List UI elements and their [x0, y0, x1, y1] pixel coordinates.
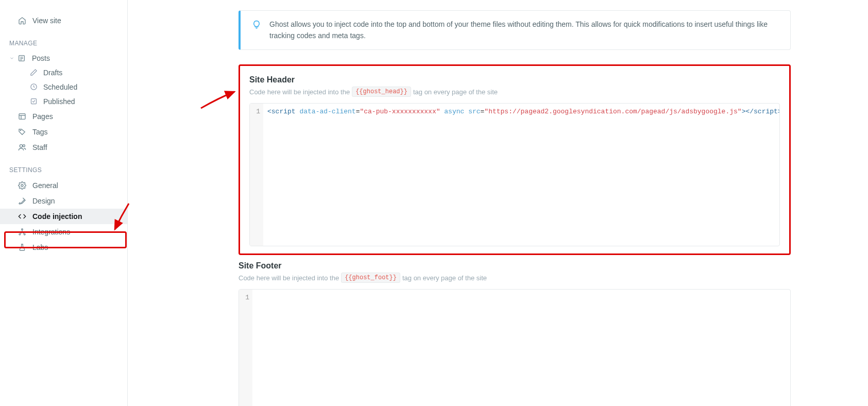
- code-injection-label: Code injection: [32, 212, 82, 221]
- labs-icon: [18, 243, 26, 251]
- site-header-title: Site Header: [249, 75, 780, 84]
- general-label: General: [32, 181, 58, 190]
- code-icon: [18, 212, 26, 221]
- site-footer-section: Site Footer Code here will be injected i…: [239, 261, 791, 406]
- lightbulb-icon: [252, 20, 261, 33]
- sidebar-item-drafts[interactable]: Drafts: [0, 65, 127, 80]
- clock-icon: [30, 83, 38, 91]
- sidebar-item-integrations[interactable]: Integrations: [0, 224, 127, 240]
- annotation-highlight-header: Site Header Code here will be injected i…: [239, 64, 791, 255]
- ghost-foot-tag: {{ghost_foot}}: [341, 273, 400, 283]
- labs-label: Labs: [32, 243, 48, 251]
- pages-label: Pages: [32, 112, 53, 121]
- site-footer-desc: Code here will be injected into the {{gh…: [239, 273, 791, 283]
- published-label: Published: [43, 97, 75, 106]
- line-gutter: 1: [250, 104, 263, 246]
- svg-point-10: [20, 145, 22, 147]
- sidebar-item-labs[interactable]: Labs: [0, 240, 127, 255]
- svg-point-13: [22, 229, 23, 230]
- sidebar-item-tags[interactable]: Tags: [0, 124, 127, 140]
- tag-icon: [18, 128, 26, 136]
- drafts-label: Drafts: [43, 69, 62, 77]
- svg-rect-5: [31, 99, 37, 104]
- view-site-link[interactable]: View site: [0, 13, 127, 28]
- tags-label: Tags: [32, 128, 48, 136]
- site-footer-editor[interactable]: 1: [239, 289, 791, 406]
- gear-icon: [18, 181, 26, 190]
- view-site-label: View site: [32, 16, 61, 25]
- design-label: Design: [32, 197, 55, 205]
- site-header-desc: Code here will be injected into the {{gh…: [249, 87, 780, 97]
- scheduled-label: Scheduled: [43, 83, 77, 91]
- staff-icon: [18, 143, 26, 151]
- svg-point-15: [24, 233, 25, 235]
- posts-icon: [18, 54, 26, 62]
- sidebar-item-scheduled[interactable]: Scheduled: [0, 80, 127, 94]
- integrations-label: Integrations: [32, 228, 70, 236]
- published-icon: [30, 97, 38, 106]
- sidebar: View site MANAGE Posts Drafts Scheduled …: [0, 0, 128, 406]
- site-header-editor[interactable]: 1 <script data-ad-client="ca-pub-xxxxxxx…: [249, 103, 780, 246]
- sidebar-item-staff[interactable]: Staff: [0, 140, 127, 155]
- brush-icon: [18, 197, 26, 205]
- manage-heading: MANAGE: [0, 28, 127, 51]
- chevron-down-icon: [9, 55, 15, 61]
- ghost-head-tag: {{ghost_head}}: [352, 87, 411, 97]
- integrations-icon: [18, 228, 26, 236]
- svg-point-14: [19, 233, 21, 235]
- main-content: Ghost allows you to inject code into the…: [128, 0, 868, 406]
- site-footer-title: Site Footer: [239, 261, 791, 270]
- pages-icon: [18, 112, 26, 121]
- sidebar-item-published[interactable]: Published: [0, 94, 127, 109]
- sidebar-item-posts[interactable]: Posts: [0, 51, 127, 65]
- pencil-icon: [30, 69, 38, 77]
- svg-point-11: [23, 145, 25, 147]
- home-icon: [18, 16, 26, 25]
- sidebar-item-general[interactable]: General: [0, 178, 127, 193]
- sidebar-item-code-injection[interactable]: Code injection: [0, 209, 127, 224]
- settings-heading: SETTINGS: [0, 155, 127, 178]
- staff-label: Staff: [32, 143, 47, 151]
- info-text: Ghost allows you to inject code into the…: [269, 19, 779, 41]
- code-area-header[interactable]: <script data-ad-client="ca-pub-xxxxxxxxx…: [263, 104, 779, 246]
- sidebar-item-pages[interactable]: Pages: [0, 109, 127, 124]
- svg-point-12: [21, 184, 23, 187]
- code-area-footer[interactable]: [252, 290, 790, 406]
- sidebar-item-design[interactable]: Design: [0, 193, 127, 209]
- info-callout: Ghost allows you to inject code into the…: [239, 10, 791, 50]
- svg-rect-6: [19, 114, 25, 120]
- posts-label: Posts: [32, 54, 50, 62]
- svg-point-9: [20, 130, 21, 130]
- line-gutter-footer: 1: [239, 290, 252, 406]
